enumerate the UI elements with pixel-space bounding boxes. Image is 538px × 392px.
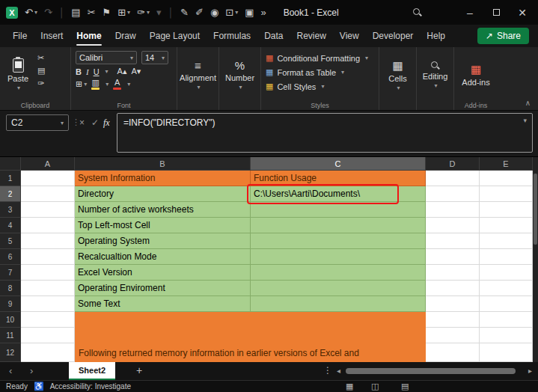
cell-e9[interactable] xyxy=(480,296,533,312)
name-box-dropdown-icon[interactable]: ▾ xyxy=(61,120,64,126)
bold-button[interactable]: B xyxy=(76,67,82,76)
cell-d4[interactable] xyxy=(426,218,480,233)
cell-c4[interactable] xyxy=(251,218,426,233)
close-button[interactable]: ✕ xyxy=(513,7,532,19)
cell-a8[interactable] xyxy=(21,281,75,296)
row-header-7[interactable]: 7 xyxy=(0,265,21,281)
cell-a6[interactable] xyxy=(21,249,75,265)
add-sheet-button[interactable]: + xyxy=(136,364,142,376)
row-header-5[interactable]: 5 xyxy=(0,233,21,249)
cell-b5[interactable]: Operating System xyxy=(75,233,251,249)
cell-a2[interactable] xyxy=(21,186,75,202)
cell-b8[interactable]: Operating Enviroment xyxy=(75,281,251,296)
cell-d10[interactable] xyxy=(426,312,480,328)
cell-d8[interactable] xyxy=(426,281,480,296)
tab-home[interactable]: Home xyxy=(70,25,108,47)
cell-c9[interactable] xyxy=(251,296,426,312)
table-icon[interactable]: ⊞▾ xyxy=(117,7,130,17)
printer-icon[interactable]: ⊡▾ xyxy=(225,7,238,17)
cell-b2[interactable]: Directory xyxy=(75,186,251,202)
cell-b4[interactable]: Top Left-most Cell xyxy=(75,218,251,233)
undo-button[interactable]: ↶▾ xyxy=(25,7,37,17)
insert-function-icon[interactable]: fx xyxy=(103,117,110,129)
column-header-e[interactable]: E xyxy=(480,157,533,171)
name-box[interactable]: C2 ▾ xyxy=(6,114,69,131)
font-color-button[interactable]: A xyxy=(113,79,121,90)
cell-b7[interactable]: Excel Version xyxy=(75,265,251,281)
flag-icon[interactable]: ⚑ xyxy=(103,7,111,17)
minimize-button[interactable]: – xyxy=(460,7,480,19)
cell-d1[interactable] xyxy=(426,171,480,186)
previous-sheet-icon[interactable]: ‹ xyxy=(9,365,12,376)
merged-note-cell[interactable]: Following returned memory information in… xyxy=(75,312,426,362)
row-header-6[interactable]: 6 xyxy=(0,249,21,265)
cell-c6[interactable] xyxy=(251,249,426,265)
font-family-select[interactable]: Calibri▾ xyxy=(76,51,137,64)
italic-button[interactable]: I xyxy=(86,67,89,76)
tab-formulas[interactable]: Formulas xyxy=(207,25,257,47)
tab-developer[interactable]: Developer xyxy=(366,25,421,47)
page-break-preview-icon[interactable]: ▤ xyxy=(401,382,409,391)
cell-b6[interactable]: Recalcualtion Mode xyxy=(75,249,251,265)
select-all-corner[interactable] xyxy=(0,157,21,171)
tab-data[interactable]: Data xyxy=(257,25,290,47)
format-as-table-button[interactable]: ▦ Format as Table▾ xyxy=(266,65,374,79)
cell-a11[interactable] xyxy=(21,328,75,343)
addins-button[interactable]: ▦ Add-ins xyxy=(459,51,493,99)
cell-e7[interactable] xyxy=(480,265,533,281)
cell-b3[interactable]: Number of active worksheets xyxy=(75,202,251,218)
font-size-select[interactable]: 14▾ xyxy=(141,51,168,64)
cell-e11[interactable] xyxy=(480,328,533,343)
next-sheet-icon[interactable]: › xyxy=(30,365,33,376)
decrease-font-button[interactable]: A▾ xyxy=(131,67,141,76)
cell-e4[interactable] xyxy=(480,218,533,233)
cell-e10[interactable] xyxy=(480,312,533,328)
cancel-entry-icon[interactable]: × xyxy=(79,117,85,128)
cell-e12[interactable] xyxy=(480,343,533,362)
row-header-11[interactable]: 11 xyxy=(0,328,21,343)
tab-review[interactable]: Review xyxy=(290,25,332,47)
highlighter-icon[interactable]: ✐ xyxy=(195,7,204,17)
cell-d6[interactable] xyxy=(426,249,480,265)
pen-icon[interactable]: ✎ xyxy=(180,7,189,17)
row-header-8[interactable]: 8 xyxy=(0,281,21,296)
increase-font-button[interactable]: A▴ xyxy=(117,67,127,76)
cell-d5[interactable] xyxy=(426,233,480,249)
cell-d9[interactable] xyxy=(426,296,480,312)
formula-input[interactable]: =INFO("DIRECTORY") ▾ xyxy=(117,113,533,153)
cell-b9[interactable]: Some Text xyxy=(75,296,251,312)
tab-draw[interactable]: Draw xyxy=(108,25,143,47)
notebook-icon[interactable]: ▣ xyxy=(245,7,254,17)
cell-styles-button[interactable]: ▦ Cell Styles▾ xyxy=(266,79,374,94)
borders-button[interactable]: ⊞▾ xyxy=(76,79,87,89)
cell-a4[interactable] xyxy=(21,218,75,233)
restore-button[interactable] xyxy=(486,9,506,16)
fill-color-button[interactable]: ▥ xyxy=(91,79,100,90)
cell-e3[interactable] xyxy=(480,202,533,218)
search-icon[interactable] xyxy=(413,8,422,17)
sheet-tab-sheet2[interactable]: Sheet2 xyxy=(69,362,115,380)
column-header-a[interactable]: A xyxy=(21,157,75,171)
cell-b1[interactable]: System Information xyxy=(75,171,251,186)
cell-e6[interactable] xyxy=(480,249,533,265)
collapse-ribbon-icon[interactable]: ∧ xyxy=(525,99,531,107)
row-header-1[interactable]: 1 xyxy=(0,171,21,186)
cell-a12[interactable] xyxy=(21,343,75,362)
cell-d3[interactable] xyxy=(426,202,480,218)
cell-a9[interactable] xyxy=(21,296,75,312)
cell-a1[interactable] xyxy=(21,171,75,186)
alignment-button[interactable]: ≡ Alignment ▾ xyxy=(182,51,214,99)
column-header-b[interactable]: B xyxy=(75,157,251,171)
paste-button[interactable]: Paste ▾ xyxy=(4,51,31,99)
horizontal-scrollbar[interactable]: ◂ ▸ xyxy=(337,368,532,375)
brush-icon[interactable]: ✑▾ xyxy=(137,7,150,17)
normal-view-icon[interactable]: ▦ xyxy=(346,382,353,391)
editing-button[interactable]: Editing ▾ xyxy=(421,51,449,99)
cut-icon[interactable]: ✂ xyxy=(88,7,96,17)
vertical-scrollbar-thumb[interactable] xyxy=(534,174,537,245)
cell-e2[interactable] xyxy=(480,186,533,202)
number-button[interactable]: % Number ▾ xyxy=(224,51,256,99)
tab-page-layout[interactable]: Page Layout xyxy=(143,25,207,47)
excel-app-icon[interactable]: X xyxy=(6,7,18,19)
cell-a5[interactable] xyxy=(21,233,75,249)
